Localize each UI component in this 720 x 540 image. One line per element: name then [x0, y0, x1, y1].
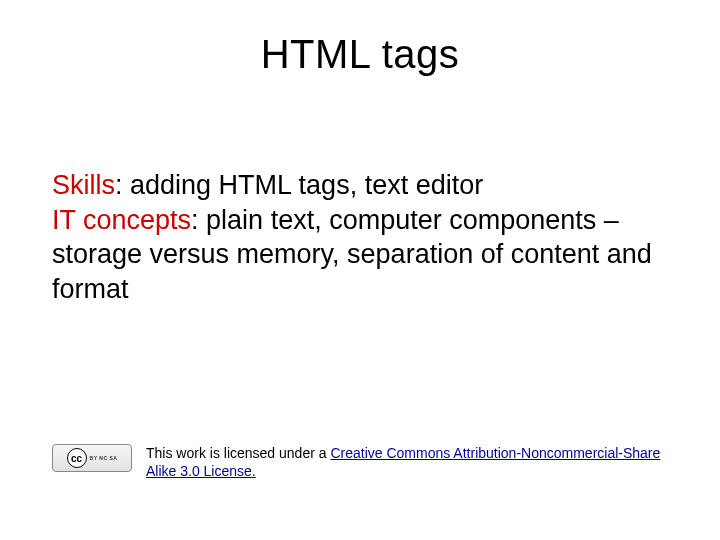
slide-title: HTML tags — [0, 32, 720, 77]
skills-line: Skills: adding HTML tags, text editor — [52, 168, 672, 203]
cc-badge-icon: cc BY NC SA — [52, 444, 132, 472]
skills-text: : adding HTML tags, text editor — [115, 170, 483, 200]
concepts-label: IT concepts — [52, 205, 191, 235]
concepts-line: IT concepts: plain text, computer compon… — [52, 203, 672, 307]
license-footer: cc BY NC SA This work is licensed under … — [52, 444, 672, 480]
cc-logo-icon: cc — [67, 448, 87, 468]
license-prefix: This work is licensed under a — [146, 445, 330, 461]
slide-body: Skills: adding HTML tags, text editor IT… — [52, 168, 672, 306]
cc-subicons: BY NC SA — [90, 455, 118, 461]
skills-label: Skills — [52, 170, 115, 200]
license-text: This work is licensed under a Creative C… — [146, 444, 672, 480]
slide: HTML tags Skills: adding HTML tags, text… — [0, 0, 720, 540]
